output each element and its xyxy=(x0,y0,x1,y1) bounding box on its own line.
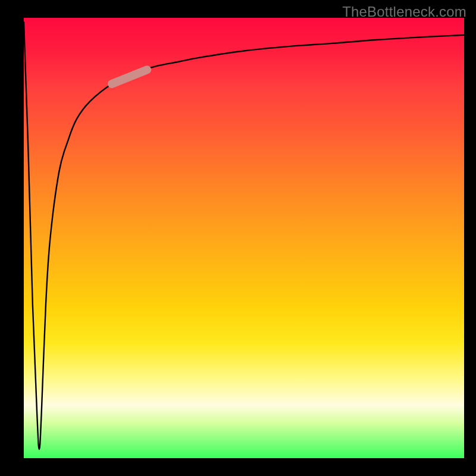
highlight-band-path xyxy=(112,70,147,84)
bottleneck-curve-path xyxy=(24,22,464,449)
watermark-text: TheBottleneck.com xyxy=(342,4,466,20)
plot-area xyxy=(24,18,464,458)
chart-root: TheBottleneck.com xyxy=(0,0,476,476)
curve-svg xyxy=(24,18,464,458)
